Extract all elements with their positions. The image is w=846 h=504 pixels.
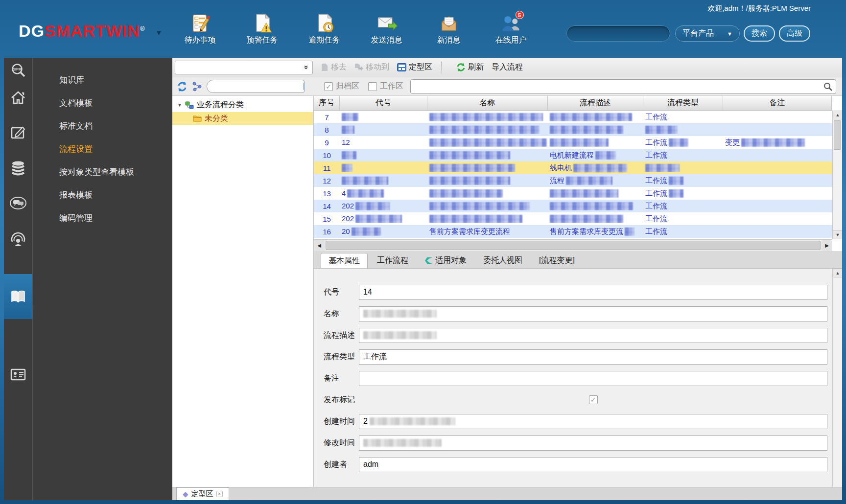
field-label: 名称 — [314, 309, 359, 319]
topbar-item-online-users[interactable]: 5 在线用户 — [480, 13, 542, 46]
table-row[interactable]: 10电机新建流程工作流 — [314, 149, 832, 161]
scrollbar-thumb[interactable] — [834, 120, 841, 150]
tree-search-input[interactable] — [207, 80, 304, 92]
table-row[interactable]: 12流程工作流 — [314, 174, 832, 187]
column-header-0[interactable]: 序号 — [314, 96, 340, 110]
field-input-create-time[interactable]: 2 — [359, 414, 827, 429]
topbar-item-send-message[interactable]: 发送消息 — [355, 13, 418, 46]
field-input-modify-time[interactable] — [359, 435, 827, 451]
field-input-name[interactable] — [359, 306, 827, 321]
tree-root-business-process[interactable]: ▼ 业务流程分类 — [172, 96, 313, 112]
table-row[interactable]: 134工作流 — [314, 187, 832, 200]
column-header-3[interactable]: 流程描述 — [548, 96, 643, 110]
table-row[interactable]: 8 — [314, 123, 832, 136]
topbar-item-overdue-tasks[interactable]: 逾期任务 — [293, 13, 355, 46]
column-header-5[interactable]: 备注 — [723, 96, 832, 110]
move-arrow-icon — [354, 63, 363, 71]
sidebar-item-report-templates[interactable]: 报表模板 — [33, 183, 172, 206]
search-category-dropdown[interactable]: 平台产品 ▼ — [675, 25, 740, 42]
close-icon[interactable]: × — [216, 491, 223, 497]
database-icon[interactable] — [10, 160, 26, 176]
tree-expand-arrow-icon[interactable]: ▼ — [177, 102, 182, 108]
sipm-search-icon[interactable]: SIPM — [10, 63, 26, 79]
topbar-item-warning-tasks[interactable]: 预警任务 — [231, 13, 293, 46]
field-input-type[interactable]: 工作流 — [359, 349, 827, 365]
scroll-up-icon[interactable]: ▲ — [833, 111, 842, 119]
chat-icon[interactable] — [10, 195, 26, 211]
action-toolbar: » 移去 移动到 定型区 刷新 导入流程 — [172, 58, 842, 77]
category-combo[interactable]: » — [175, 61, 313, 74]
tab-delegate-view[interactable]: 委托人视图 — [476, 253, 530, 268]
topbar-item-new-message[interactable]: 新消息 — [418, 13, 480, 46]
sidebar-item-knowledge-base[interactable]: 知识库 — [33, 69, 172, 92]
scroll-up-icon[interactable]: ▲ — [833, 269, 842, 277]
table-row[interactable]: 14202工作流 — [314, 200, 832, 212]
scroll-right-icon[interactable]: ▶ — [822, 240, 832, 251]
table-cell: 工作流 — [643, 189, 723, 198]
logo-dropdown-caret-icon[interactable]: ▼ — [155, 28, 163, 37]
column-header-2[interactable]: 名称 — [427, 96, 548, 110]
brand-logo[interactable]: DGSMARTWIN® ▼ — [19, 22, 163, 41]
table-row[interactable]: 1620售前方案需求库变更流程售前方案需求库变更流工作流 — [314, 225, 832, 238]
field-input-description[interactable] — [359, 328, 827, 343]
archive-zone-checkbox[interactable]: ✓ — [324, 82, 333, 91]
field-input-code[interactable]: 14 — [359, 285, 827, 300]
import-flow-button[interactable]: 导入流程 — [492, 62, 523, 72]
field-input-note[interactable] — [359, 371, 827, 386]
tab-process-change[interactable]: [流程变更] — [532, 253, 582, 268]
table-row[interactable]: 912工作流变更 — [314, 136, 832, 149]
table-row[interactable]: 15202工作流 — [314, 212, 832, 225]
detail-vertical-scrollbar[interactable]: ▲ — [832, 269, 842, 487]
book-icon[interactable] — [10, 288, 26, 305]
cell-seq: 9 — [314, 138, 340, 147]
hscrollbar-thumb[interactable] — [326, 241, 821, 250]
redacted-content — [550, 189, 618, 198]
home-icon[interactable] — [10, 90, 26, 106]
table-cell: 20 — [340, 227, 427, 236]
scroll-down-icon[interactable]: ▼ — [833, 230, 842, 239]
tab-basic-props[interactable]: 基本属性 — [321, 253, 368, 268]
tab-workflow[interactable]: 工作流程 — [370, 253, 416, 268]
online-users-icon: 5 — [500, 13, 522, 34]
table-horizontal-scrollbar[interactable]: ◀ ▶ — [314, 239, 832, 251]
sidebar-item-templates-by-object-type[interactable]: 按对象类型查看模板 — [33, 160, 172, 183]
tree-structure-icon[interactable] — [192, 81, 203, 92]
column-header-1[interactable]: 代号 — [340, 96, 427, 110]
table-cell: 变更 — [723, 138, 832, 147]
magnifier-icon[interactable] — [823, 82, 833, 92]
tab-finalize-zone[interactable]: ◆ 定型区 × — [176, 487, 229, 500]
global-search-input[interactable] — [566, 25, 670, 42]
refresh-button[interactable]: 刷新 — [456, 62, 484, 72]
tab-apply-objects[interactable]: 适用对象 — [418, 253, 474, 268]
sidebar-item-standard-docs[interactable]: 标准文档 — [33, 115, 172, 137]
list-filter-input[interactable] — [411, 80, 823, 93]
remove-button[interactable]: 移去 — [321, 62, 347, 72]
advanced-button[interactable]: 高级 — [779, 25, 810, 42]
redacted-content — [566, 177, 612, 185]
search-button[interactable]: 搜索 — [744, 25, 775, 42]
publish-flag-checkbox[interactable]: ✓ — [589, 395, 598, 404]
tree-item-uncategorized[interactable]: 未分类 — [172, 112, 313, 125]
topbar-item-label: 逾期任务 — [309, 35, 340, 46]
tree-refresh-icon[interactable] — [177, 81, 188, 92]
detail-panel: 基本属性工作流程适用对象委托人视图[流程变更] 代号14名称流程描述流程类型工作… — [313, 251, 842, 487]
table-row[interactable]: 7工作流 — [314, 111, 832, 123]
search-down-button[interactable]: ▼ — [304, 82, 305, 91]
field-label: 创建时间 — [314, 416, 359, 427]
id-card-icon[interactable] — [10, 366, 26, 383]
table-cell: 工作流 — [643, 176, 723, 185]
table-row[interactable]: 11线电机 — [314, 161, 832, 174]
support-person-icon[interactable] — [10, 231, 26, 248]
sidebar-item-doc-templates[interactable]: 文档模板 — [33, 92, 172, 115]
table-vertical-scrollbar[interactable]: ▲ ▼ — [832, 111, 842, 239]
edit-icon[interactable] — [10, 124, 26, 140]
topbar-item-todo[interactable]: 待办事项 — [169, 13, 231, 46]
sidebar-item-code-management[interactable]: 编码管理 — [33, 206, 172, 229]
column-header-4[interactable]: 流程类型 — [643, 96, 723, 110]
field-input-creator[interactable]: adm — [359, 457, 827, 472]
work-zone-checkbox[interactable] — [368, 82, 377, 91]
scroll-left-icon[interactable]: ◀ — [314, 240, 325, 251]
finalize-zone-button[interactable]: 定型区 — [397, 62, 432, 72]
move-to-button[interactable]: 移动到 — [354, 62, 389, 72]
sidebar-item-process-settings[interactable]: 流程设置 — [33, 137, 172, 160]
